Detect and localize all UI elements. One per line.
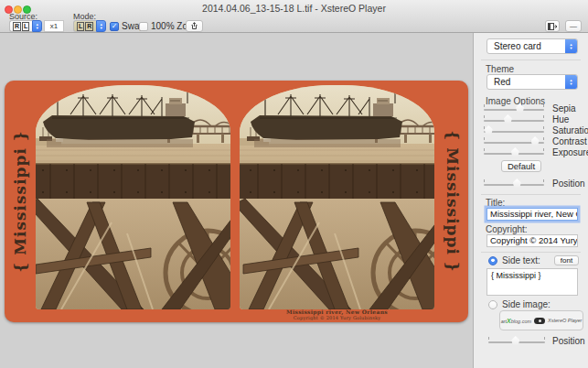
saturation-slider[interactable]	[484, 125, 544, 135]
side-text-area[interactable]: { Mississippi }	[486, 268, 578, 296]
mode-selector[interactable]: L R ▲▼	[73, 20, 106, 32]
slider-thumb[interactable]	[511, 147, 519, 157]
saturation-label: Saturation	[552, 125, 588, 135]
divider	[481, 60, 581, 60]
image-position-label: Position	[552, 179, 585, 189]
caption-title: Mississippi river, New Orleans	[240, 308, 434, 315]
zoom100-checkbox[interactable]: ✓	[139, 22, 148, 31]
contrast-label: Contrast	[552, 136, 587, 146]
scale-field[interactable]: x1	[44, 20, 64, 32]
side-text-radio-row[interactable]: Side text:	[488, 255, 540, 265]
title-field[interactable]: Mississippi river, New Orleans	[486, 208, 578, 221]
divider	[481, 194, 581, 195]
preview-area: { Mississippi } { Mississippi } Mississi…	[0, 33, 473, 368]
default-button[interactable]: Default	[501, 160, 541, 172]
hue-slider[interactable]	[484, 114, 544, 124]
copyright-field[interactable]: Copyright © 2014 Yury Golubinsky	[486, 234, 578, 247]
theme-label: Theme	[486, 64, 514, 74]
slider-thumb[interactable]	[516, 103, 524, 113]
sepia-slider[interactable]	[484, 103, 544, 114]
theme-popup[interactable]: Red ▲▼	[486, 74, 578, 90]
side-position-slider[interactable]	[488, 336, 545, 346]
side-image-well[interactable]: artXblog.com XstereO Player	[499, 310, 583, 330]
sidebar-toggle-icon	[548, 23, 557, 30]
hue-label: Hue	[552, 114, 569, 124]
card-caption: Mississippi river, New Orleans Copyright…	[240, 308, 434, 320]
title-label: Title:	[486, 198, 505, 208]
image-position-slider[interactable]	[484, 179, 544, 189]
side-text-radio[interactable]	[488, 256, 497, 265]
card-type-popup[interactable]: Stereo card ▲▼	[486, 38, 578, 54]
popup-stepper-icon: ▲▼	[565, 39, 577, 53]
side-text-label: Side text:	[502, 255, 540, 265]
stereo-photo-left	[36, 85, 230, 309]
remove-toolbar-item-button[interactable]: —	[565, 20, 582, 32]
side-image-radio-row[interactable]: Side image:	[488, 299, 551, 309]
slider-thumb[interactable]	[504, 114, 512, 124]
divider	[481, 252, 581, 253]
mode-value[interactable]: L R	[73, 20, 96, 32]
slider-thumb[interactable]	[511, 336, 519, 345]
slider-thumb[interactable]	[513, 179, 521, 188]
side-image-label: Side image:	[502, 299, 551, 309]
side-image-radio[interactable]	[488, 300, 497, 309]
exposure-label: Exposure	[552, 147, 588, 157]
source-selector[interactable]: R L ▲▼	[9, 20, 42, 32]
contrast-slider[interactable]	[484, 136, 544, 146]
source-value[interactable]: R L	[9, 20, 32, 32]
sidebar-toggle-button[interactable]	[545, 20, 560, 32]
brand-artxblog: artXblog.com	[501, 318, 531, 324]
stereo-viewer-icon	[534, 318, 545, 324]
card-side-text-left: { Mississippi }	[5, 81, 36, 322]
copyright-label: Copyright:	[486, 224, 528, 234]
minus-icon: —	[570, 22, 577, 30]
mode-stepper-icon[interactable]: ▲▼	[96, 20, 106, 32]
source-stepper-icon[interactable]: ▲▼	[32, 20, 42, 32]
share-icon	[190, 22, 198, 30]
app-window: 2014.04.06_13-15-18 L.tif - XstereO Play…	[0, 0, 588, 368]
font-button[interactable]: font	[554, 255, 579, 265]
caption-copyright: Copyright © 2014 Yury Golubinsky	[240, 315, 434, 320]
theme-value: Red	[487, 77, 565, 87]
slider-thumb[interactable]	[485, 125, 493, 135]
stereo-card: { Mississippi } { Mississippi } Mississi…	[5, 81, 468, 322]
card-type-value: Stereo card	[487, 41, 565, 51]
stereo-photo-right	[240, 85, 434, 309]
sepia-label: Sepia	[552, 103, 576, 114]
slider-thumb[interactable]	[531, 136, 540, 146]
title-toolbar: 2014.04.06_13-15-18 L.tif - XstereO Play…	[0, 0, 588, 33]
brand-player: XstereO Player	[548, 318, 582, 323]
exposure-slider[interactable]	[484, 147, 544, 157]
card-side-text-right: { Mississippi }	[437, 81, 468, 322]
side-position-label: Position	[552, 336, 585, 346]
settings-panel: Stereo card ▲▼ Theme Red ▲▼ Image Option…	[473, 33, 588, 368]
swap-checkbox[interactable]: ✓	[110, 22, 119, 31]
check-icon: ✓	[112, 23, 118, 30]
share-button[interactable]	[186, 20, 203, 32]
popup-stepper-icon: ▲▼	[565, 75, 577, 89]
